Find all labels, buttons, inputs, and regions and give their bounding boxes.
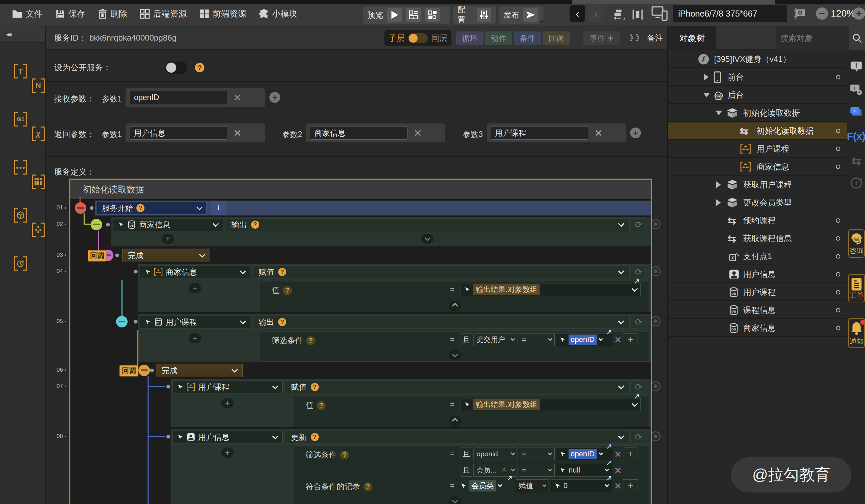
collapse-icon[interactable]	[449, 416, 461, 426]
tree-item-service-group[interactable]: 初始化读取数据	[668, 105, 847, 122]
loop-pill-button[interactable]: 循环	[456, 32, 484, 45]
add-step-button[interactable]: +	[211, 201, 227, 215]
help-icon[interactable]: ?	[317, 401, 325, 410]
tree-radio-icon[interactable]	[836, 326, 840, 330]
receive-param1-input[interactable]: openID	[130, 91, 227, 104]
chevron-down-icon[interactable]	[618, 268, 624, 274]
array-component-icon[interactable]: ●●●	[14, 160, 27, 175]
chevron-down-icon[interactable]	[231, 366, 238, 372]
remove-param-icon[interactable]: ✕	[233, 127, 242, 139]
chevron-down-icon[interactable]	[632, 285, 637, 292]
callback-pill-button[interactable]: 回调	[542, 32, 570, 45]
consult-button[interactable]: 咨询	[848, 229, 865, 258]
flow-node-output[interactable]	[91, 219, 102, 230]
tree-radio-icon[interactable]	[836, 75, 840, 79]
external-link-icon[interactable]: ↗	[634, 277, 639, 286]
row5-target-block[interactable]: DB 用户课程	[140, 316, 250, 328]
zoom-out-button[interactable]: −	[816, 8, 828, 20]
row4-target-block[interactable]: 商家信息	[140, 266, 250, 278]
frontend-resources-button[interactable]: 前端资源	[200, 8, 246, 19]
collapse-icon[interactable]	[449, 301, 461, 311]
publish-button[interactable]	[523, 8, 538, 22]
chevron-down-icon[interactable]	[599, 337, 603, 341]
add-substep-button[interactable]: +	[221, 398, 233, 408]
callback-done-block[interactable]: 完成	[122, 249, 210, 262]
forward-button[interactable]: ›	[588, 5, 603, 22]
help-icon[interactable]: ?	[306, 336, 315, 345]
chevron-down-icon[interactable]	[618, 318, 624, 324]
chevron-down-icon[interactable]	[618, 433, 624, 439]
event-add-button[interactable]: 事件+	[583, 32, 620, 45]
add-substep-button[interactable]: +	[221, 447, 233, 458]
collapsed-arrow-icon[interactable]	[716, 199, 721, 206]
row4-value-box[interactable]: 输出结果.对象数组	[461, 283, 641, 296]
row5-action-block[interactable]: 输出 ?	[252, 316, 630, 328]
condition-field-dropdown[interactable]: 提交用户	[473, 333, 517, 346]
help-icon[interactable]: ?	[311, 383, 319, 391]
add-condition-button[interactable]: +	[623, 447, 638, 460]
back-button[interactable]: ‹	[569, 5, 585, 22]
condition-value-box[interactable]: openID	[556, 447, 612, 460]
timer-component-icon[interactable]	[14, 256, 27, 271]
remove-condition-icon[interactable]: ✕	[614, 335, 622, 345]
object-component-icon[interactable]	[14, 208, 27, 223]
records-value-box[interactable]: 0	[551, 479, 612, 492]
comments-icon[interactable]: i	[850, 106, 863, 119]
tree-radio-icon[interactable]	[836, 129, 840, 133]
collapsed-arrow-icon[interactable]	[704, 74, 709, 81]
service-swap-icon[interactable]: ⇆	[852, 154, 861, 168]
refresh-icon[interactable]: ⟳	[632, 380, 645, 394]
align-tool-icon[interactable]	[613, 9, 625, 20]
text-component-icon[interactable]: T	[14, 64, 27, 79]
file-menu[interactable]: 文件	[12, 8, 43, 19]
refresh-icon[interactable]: ⟳	[632, 218, 645, 231]
remove-condition-icon[interactable]: ✕	[614, 466, 622, 476]
expanded-arrow-icon[interactable]	[703, 93, 710, 97]
object-group-component-icon[interactable]	[32, 223, 45, 237]
collapsed-arrow-icon[interactable]	[716, 181, 721, 188]
tree-radio-icon[interactable]	[836, 146, 840, 151]
tree-item-app[interactable]: [395]IVX健身（v41）	[668, 51, 847, 68]
tree-radio-icon[interactable]	[836, 164, 840, 169]
tree-radio-icon[interactable]	[836, 254, 840, 258]
external-link-icon[interactable]: ↗	[606, 442, 612, 451]
row2-target-block[interactable]: DB 商家信息	[113, 218, 223, 231]
chevron-down-icon[interactable]	[605, 483, 609, 487]
tree-item-book-course[interactable]: ⇆ 预约课程	[668, 212, 847, 229]
action-pill-button[interactable]: 动作	[485, 32, 512, 45]
external-link-icon[interactable]: ↗	[606, 474, 612, 483]
public-help-icon[interactable]: ?	[195, 63, 204, 72]
row8-target-block[interactable]: 用户信息	[172, 431, 282, 444]
help-icon[interactable]: ?	[340, 450, 349, 459]
snapshot-icon[interactable]	[794, 7, 809, 20]
search-input[interactable]: 搜索对象	[776, 26, 849, 50]
tree-radio-icon[interactable]	[836, 236, 840, 241]
add-substep-button[interactable]: +	[162, 234, 174, 244]
flow-node-callback2[interactable]	[138, 365, 150, 376]
split-tool-icon[interactable]	[632, 9, 643, 20]
help-icon[interactable]: ?	[364, 482, 372, 491]
tree-item-course-info-db[interactable]: DB 课程信息	[668, 302, 847, 319]
tree-item-user-course-array[interactable]: 用户课程	[668, 140, 847, 157]
add-condition-button[interactable]: +	[623, 479, 638, 492]
row8-action-block[interactable]: 更新 ?	[285, 431, 630, 444]
collapse-panel-button[interactable]: ◂◂	[0, 26, 45, 43]
operator-dropdown[interactable]: =	[519, 333, 555, 346]
remove-param-icon[interactable]: ✕	[594, 127, 603, 139]
info-bubble-icon[interactable]: i	[850, 60, 863, 73]
tree-radio-icon[interactable]	[836, 272, 840, 276]
row7-value-box[interactable]: 输出结果.对象数组	[461, 398, 641, 411]
device-selector[interactable]: iPhone6/7/8 375*667	[673, 5, 787, 22]
refresh-icon[interactable]: ⟳	[632, 431, 645, 444]
boolean-component-icon[interactable]: 0/1	[14, 112, 27, 127]
chevron-down-icon[interactable]	[618, 383, 624, 389]
assign-dropdown[interactable]: 赋值	[516, 479, 549, 492]
expand-icon[interactable]	[449, 496, 461, 504]
return-param3-input[interactable]: 用户课程	[491, 126, 588, 140]
return-param1-input[interactable]: 用户信息	[130, 126, 227, 140]
refresh-icon[interactable]: ⟳	[632, 316, 645, 328]
tree-item-pay-point[interactable]: ¥ 支付点1	[668, 248, 847, 265]
help-icon[interactable]: ?	[278, 318, 286, 326]
add-condition-button[interactable]: +	[623, 333, 638, 346]
tree-radio-icon[interactable]	[836, 218, 840, 223]
